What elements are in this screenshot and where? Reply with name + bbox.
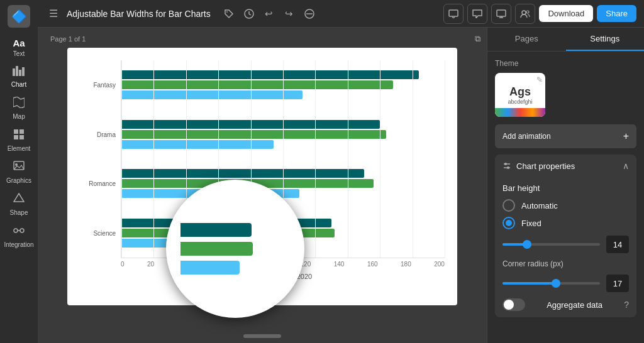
redo-button[interactable]: ↪ <box>281 6 297 22</box>
corner-radius-slider[interactable] <box>502 282 600 285</box>
chart-canvas: Fantasy Drama Romance Science <box>67 48 457 305</box>
tag-button[interactable] <box>221 6 237 22</box>
aggregate-row: Aggregate data ? <box>502 298 629 311</box>
aggregate-toggle[interactable] <box>502 298 525 311</box>
radio-circle-automatic <box>502 199 515 212</box>
chart-properties-title: Chart properties <box>502 161 575 171</box>
bar-group-romance <box>121 166 445 200</box>
slider-fill <box>502 282 556 285</box>
svg-rect-20 <box>497 10 506 16</box>
sidebar-item-chart[interactable]: Chart <box>3 62 35 92</box>
canvas-area: Page 1 of 1 ⧉ Fantasy Drama Romance Scie… <box>38 28 487 343</box>
sliders-icon <box>502 161 511 170</box>
erase-button[interactable] <box>301 6 318 22</box>
sidebar-item-graphics[interactable]: Graphics <box>3 157 35 188</box>
x-label: 0 <box>121 261 125 268</box>
slider-thumb[interactable] <box>523 240 531 249</box>
bar-height-slider[interactable] <box>502 243 600 246</box>
toolbar-right: Download Share <box>443 4 636 24</box>
svg-point-28 <box>507 166 509 169</box>
add-animation-bar[interactable]: Add animation + <box>495 124 636 148</box>
copy-page-icon[interactable]: ⧉ <box>475 34 480 44</box>
svg-marker-11 <box>14 193 24 202</box>
tab-settings[interactable]: Settings <box>566 28 645 51</box>
legend-item-2000: 2000 <box>213 273 237 280</box>
present-button[interactable] <box>443 4 464 24</box>
sidebar-item-label: Graphics <box>6 177 31 184</box>
share-button[interactable]: Share <box>597 5 636 22</box>
collapse-icon: ∧ <box>623 161 629 171</box>
svg-rect-1 <box>16 66 18 76</box>
slider-thumb[interactable] <box>552 279 560 288</box>
aggregate-label: Aggregate data <box>547 300 602 310</box>
bar-group-drama <box>121 117 445 151</box>
bar-row <box>121 179 445 188</box>
radio-automatic[interactable]: Automatic <box>502 199 629 212</box>
sidebar-item-text[interactable]: Aa Text <box>3 34 35 61</box>
panel-tabs: Pages Settings <box>487 28 644 52</box>
chart-legend: 2000 2010 2020 <box>80 273 445 280</box>
bar-row <box>121 130 445 139</box>
sidebar-item-integration[interactable]: Integration <box>3 221 35 252</box>
chart-icon <box>13 66 25 79</box>
sidebar-item-shape[interactable]: Shape <box>3 189 35 220</box>
bar-height-label: Bar height <box>502 183 629 193</box>
chart-properties-section: Chart properties ∧ Bar height Automatic <box>495 155 636 317</box>
comment-button[interactable] <box>467 4 487 24</box>
x-label: 180 <box>401 261 411 268</box>
x-label: 120 <box>301 261 311 268</box>
clock-button[interactable] <box>241 6 257 22</box>
x-label: 200 <box>434 261 445 268</box>
legend-label-2020: 2020 <box>297 273 312 280</box>
chart-properties-header[interactable]: Chart properties ∧ <box>495 155 636 177</box>
radio-circle-fixed <box>502 217 515 229</box>
users-button[interactable] <box>515 4 535 24</box>
toolbar-actions: ↩ ↪ <box>221 6 318 22</box>
legend-item-2020: 2020 <box>287 273 312 280</box>
plus-icon: + <box>623 131 629 142</box>
svg-point-26 <box>504 163 507 165</box>
bar-row <box>121 90 445 99</box>
bar-row <box>121 229 445 237</box>
corner-radius-slider-row: 17 <box>502 275 629 292</box>
undo-button[interactable]: ↩ <box>261 6 277 22</box>
monitor-button[interactable] <box>491 4 511 24</box>
legend-dot-2020 <box>287 273 294 280</box>
svg-marker-4 <box>13 97 25 108</box>
y-label-romance: Romance <box>80 180 116 187</box>
radio-fixed[interactable]: Fixed <box>502 217 629 229</box>
panel-content: Theme Ags abcdefghi ✎ Add animation + <box>487 52 644 343</box>
svg-rect-7 <box>14 135 18 139</box>
sidebar-item-map[interactable]: Map <box>3 93 35 124</box>
menu-button[interactable]: ☰ <box>45 6 62 22</box>
bar-row <box>121 189 445 198</box>
svg-point-13 <box>20 229 24 232</box>
scroll-handle[interactable] <box>243 334 281 338</box>
sidebar-item-label: Chart <box>11 81 26 88</box>
legend-dot-2000 <box>213 273 219 280</box>
sidebar-item-element[interactable]: Element <box>3 125 35 156</box>
x-label: 80 <box>237 261 244 268</box>
legend-dot-2010 <box>250 273 256 280</box>
page-label: Page 1 of 1 <box>50 35 86 43</box>
svg-rect-19 <box>449 10 458 16</box>
svg-rect-2 <box>19 70 21 76</box>
sidebar-item-label: Integration <box>4 241 33 248</box>
help-icon[interactable]: ? <box>624 300 629 310</box>
x-label: 140 <box>334 261 345 268</box>
svg-point-23 <box>522 11 526 14</box>
main-content: ☰ Adjustable Bar Widths for Bar Charts ↩… <box>38 0 644 343</box>
y-axis: Fantasy Drama Romance Science <box>80 60 121 258</box>
tab-pages[interactable]: Pages <box>487 28 566 51</box>
bar-height-value: 14 <box>606 236 629 253</box>
download-button[interactable]: Download <box>539 5 593 22</box>
add-animation-label: Add animation <box>502 132 551 141</box>
x-label: 160 <box>367 261 378 268</box>
x-label: 20 <box>147 261 154 268</box>
svg-point-12 <box>14 229 18 232</box>
theme-card[interactable]: Ags abcdefghi ✎ <box>495 73 545 117</box>
svg-rect-6 <box>19 129 24 134</box>
corner-radius-value: 17 <box>606 275 629 292</box>
edit-icon[interactable]: ✎ <box>536 75 543 84</box>
map-icon <box>13 97 25 111</box>
